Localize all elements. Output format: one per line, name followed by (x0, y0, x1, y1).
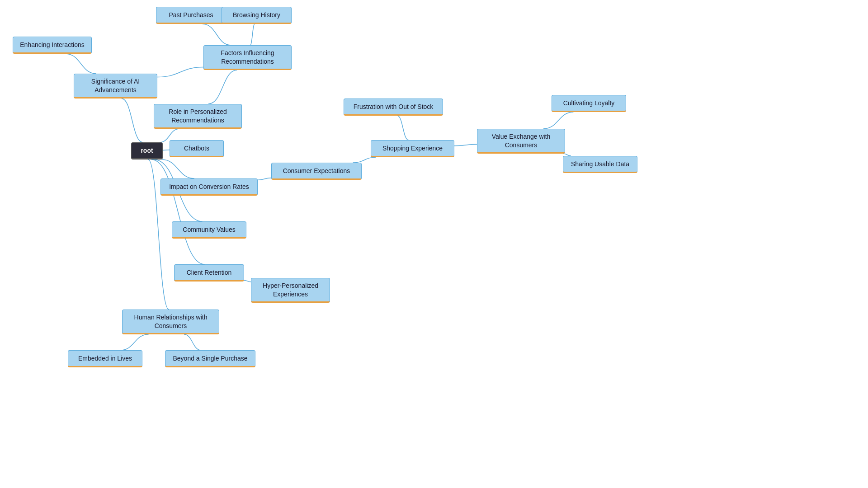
connection-shopping_experience-value_exchange (454, 144, 477, 145)
connection-factors-role_personalized (208, 70, 237, 104)
connection-value_exchange-cultivating_loyalty (543, 112, 573, 129)
node-embedded_lives[interactable]: Embedded in Lives (68, 350, 142, 367)
node-community_values[interactable]: Community Values (172, 221, 246, 239)
node-consumer_expectations[interactable]: Consumer Expectations (271, 163, 362, 180)
connection-significance-factors (157, 67, 203, 77)
node-enhancing[interactable]: Enhancing Interactions (13, 37, 92, 54)
node-beyond_single[interactable]: Beyond a Single Purchase (165, 350, 255, 367)
connection-root-chatbots (163, 150, 170, 150)
node-impact_conversion[interactable]: Impact on Conversion Rates (160, 178, 258, 196)
connection-significance-enhancing (66, 54, 96, 74)
connection-human_relationships-beyond_single (184, 334, 201, 350)
node-root[interactable]: root (131, 142, 163, 160)
node-client_retention[interactable]: Client Retention (174, 264, 244, 282)
connection-consumer_expectations-shopping_experience (353, 157, 376, 163)
node-cultivating_loyalty[interactable]: Cultivating Loyalty (552, 95, 626, 112)
connection-factors-browsing_history (250, 24, 255, 45)
connection-root-significance (122, 99, 143, 142)
mind-map-container: rootSignificance of AI AdvancementsEnhan… (0, 0, 868, 488)
node-frustration_stock[interactable]: Frustration with Out of Stock (344, 99, 443, 116)
node-value_exchange[interactable]: Value Exchange with Consumers (477, 129, 565, 154)
connection-root-impact_conversion (162, 160, 194, 178)
node-past_purchases[interactable]: Past Purchases (156, 7, 226, 24)
node-sharing_data[interactable]: Sharing Usable Data (563, 156, 637, 173)
connections-svg (0, 0, 868, 488)
node-factors[interactable]: Factors Influencing Recommendations (203, 45, 292, 70)
connection-factors-past_purchases (203, 24, 231, 45)
connection-shopping_experience-frustration_stock (397, 116, 409, 140)
node-significance[interactable]: Significance of AI Advancements (74, 74, 157, 99)
connection-human_relationships-embedded_lives (120, 334, 148, 350)
node-role_personalized[interactable]: Role in Personalized Recommendations (154, 104, 242, 129)
connection-root-client_retention (151, 160, 205, 264)
node-shopping_experience[interactable]: Shopping Experience (371, 140, 454, 157)
node-browsing_history[interactable]: Browsing History (222, 7, 292, 24)
connection-client_retention-hyper_personalized (244, 281, 251, 282)
node-chatbots[interactable]: Chatbots (170, 140, 224, 157)
node-human_relationships[interactable]: Human Relationships with Consumers (122, 310, 219, 334)
connection-impact_conversion-consumer_expectations (258, 178, 271, 180)
node-hyper_personalized[interactable]: Hyper-Personalized Experiences (251, 278, 330, 303)
